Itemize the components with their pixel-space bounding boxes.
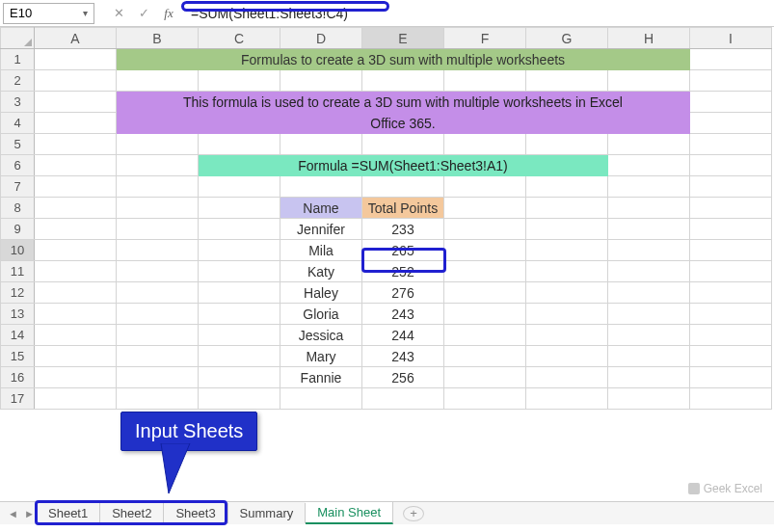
col-head-A[interactable]: A bbox=[35, 28, 117, 49]
tab-summary[interactable]: Summary bbox=[228, 503, 307, 523]
col-head-H[interactable]: H bbox=[608, 28, 690, 49]
row-head-6[interactable]: 6 bbox=[1, 155, 35, 176]
col-head-B[interactable]: B bbox=[117, 28, 199, 49]
cell-total-5[interactable]: 244 bbox=[362, 325, 444, 346]
title-cell[interactable]: Formulas to create a 3D sum with multipl… bbox=[117, 49, 690, 70]
description-cell-line1[interactable]: This formula is used to create a 3D sum … bbox=[117, 92, 690, 113]
row-head-12[interactable]: 12 bbox=[1, 282, 35, 304]
col-head-C[interactable]: C bbox=[199, 28, 280, 49]
row-head-15[interactable]: 15 bbox=[1, 346, 35, 367]
callout-input-sheets: Input Sheets bbox=[120, 412, 257, 451]
tab-nav-prev-icon[interactable]: ◄ bbox=[6, 508, 20, 519]
row-head-9[interactable]: 9 bbox=[1, 219, 35, 240]
fx-icon[interactable]: fx bbox=[160, 6, 177, 21]
row-head-8[interactable]: 8 bbox=[1, 198, 35, 219]
cell-name-4[interactable]: Gloria bbox=[280, 304, 362, 325]
watermark-text: Geek Excel bbox=[704, 482, 762, 495]
name-box-value: E10 bbox=[10, 6, 32, 20]
row-head-1[interactable]: 1 bbox=[1, 49, 35, 70]
cell-name-7[interactable]: Fannie bbox=[280, 367, 362, 388]
row-head-7[interactable]: 7 bbox=[1, 176, 35, 198]
tab-sheet1[interactable]: Sheet1 bbox=[37, 503, 100, 523]
name-box-dropdown-icon[interactable]: ▾ bbox=[83, 8, 88, 18]
formula-input[interactable]: =SUM(Sheet1:Sheet3!C4) bbox=[185, 4, 774, 23]
select-all-corner[interactable] bbox=[1, 28, 35, 49]
row-head-17[interactable]: 17 bbox=[1, 388, 35, 410]
cell-total-7[interactable]: 256 bbox=[362, 367, 444, 388]
callout-label: Input Sheets bbox=[135, 420, 243, 441]
tab-main-sheet[interactable]: Main Sheet bbox=[306, 502, 393, 524]
col-head-E[interactable]: E bbox=[362, 28, 444, 49]
row-head-16[interactable]: 16 bbox=[1, 367, 35, 388]
worksheet-grid[interactable]: A B C D E F G H I 1 Formulas to create a… bbox=[0, 27, 774, 410]
callout-arrow-icon bbox=[151, 443, 209, 501]
cell-total-6[interactable]: 243 bbox=[362, 346, 444, 367]
col-head-D[interactable]: D bbox=[280, 28, 362, 49]
row-head-5[interactable]: 5 bbox=[1, 134, 35, 155]
add-sheet-button[interactable]: + bbox=[403, 506, 424, 521]
cell-total-4[interactable]: 243 bbox=[362, 304, 444, 325]
cell-name-1[interactable]: Mila bbox=[280, 240, 362, 261]
col-head-G[interactable]: G bbox=[526, 28, 608, 49]
tab-nav-next-icon[interactable]: ► bbox=[22, 508, 37, 519]
name-box[interactable]: E10 ▾ bbox=[3, 3, 94, 24]
header-name[interactable]: Name bbox=[280, 198, 362, 219]
description-cell-line2[interactable]: Office 365. bbox=[117, 113, 690, 134]
formula-example-cell[interactable]: Formula =SUM(Sheet1:Sheet3!A1) bbox=[199, 155, 608, 176]
formula-bar-controls: ✕ ✓ fx bbox=[106, 6, 181, 21]
cancel-icon[interactable]: ✕ bbox=[110, 6, 127, 20]
row-head-11[interactable]: 11 bbox=[1, 261, 35, 282]
row-head-3[interactable]: 3 bbox=[1, 92, 35, 113]
sheet-tabs: ◄ ► Sheet1 Sheet2 Sheet3 Summary Main Sh… bbox=[0, 501, 774, 524]
confirm-icon[interactable]: ✓ bbox=[135, 6, 152, 20]
tab-sheet3[interactable]: Sheet3 bbox=[164, 503, 227, 523]
row-head-2[interactable]: 2 bbox=[1, 70, 35, 92]
col-head-F[interactable]: F bbox=[444, 28, 526, 49]
cell-name-0[interactable]: Jennifer bbox=[280, 219, 362, 240]
cell-total-1[interactable]: 265 bbox=[362, 240, 444, 261]
cell-name-3[interactable]: Haley bbox=[280, 282, 362, 304]
header-total[interactable]: Total Points bbox=[362, 198, 444, 219]
row-head-13[interactable]: 13 bbox=[1, 304, 35, 325]
row-head-4[interactable]: 4 bbox=[1, 113, 35, 134]
cell-total-0[interactable]: 233 bbox=[362, 219, 444, 240]
watermark: Geek Excel bbox=[688, 482, 762, 495]
cell-total-2[interactable]: 252 bbox=[362, 261, 444, 282]
cell-name-2[interactable]: Katy bbox=[280, 261, 362, 282]
col-head-I[interactable]: I bbox=[690, 28, 772, 49]
cell-name-5[interactable]: Jessica bbox=[280, 325, 362, 346]
row-head-14[interactable]: 14 bbox=[1, 325, 35, 346]
tab-nav: ◄ ► bbox=[6, 508, 37, 519]
formula-bar: E10 ▾ ✕ ✓ fx =SUM(Sheet1:Sheet3!C4) bbox=[0, 0, 774, 27]
row-head-10[interactable]: 10 bbox=[1, 240, 35, 261]
cell-total-3[interactable]: 276 bbox=[362, 282, 444, 304]
tab-sheet2[interactable]: Sheet2 bbox=[100, 503, 164, 523]
watermark-logo-icon bbox=[688, 483, 700, 494]
cell-name-6[interactable]: Mary bbox=[280, 346, 362, 367]
